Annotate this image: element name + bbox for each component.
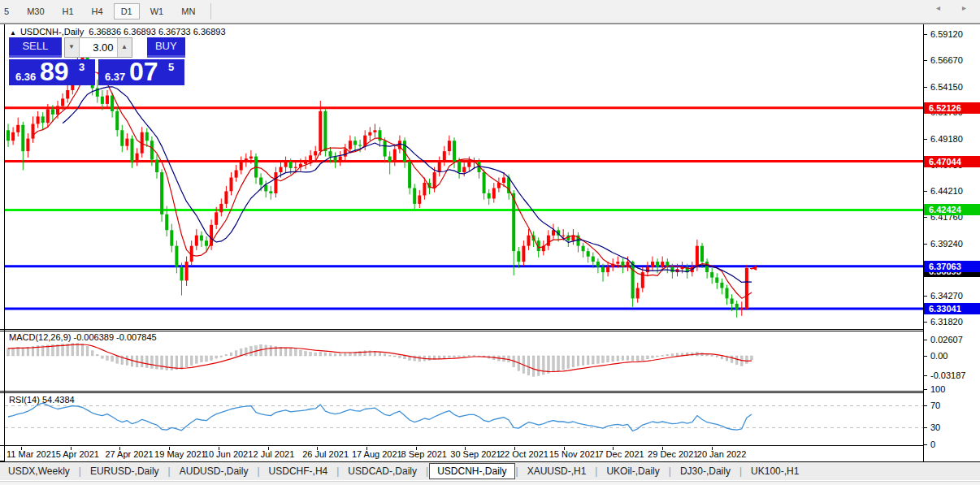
time-axis-label: 22 Oct 2021 (500, 449, 549, 459)
price-tick-label: 6.56670 (930, 55, 979, 65)
macd-tick-mark (924, 375, 927, 376)
chart-tab-usdchf-[interactable]: USDCHF-,H4 (261, 464, 336, 479)
macd-tick-label: 0.00 (930, 351, 979, 361)
tab-separator: | (79, 466, 81, 477)
time-axis-label: 7 Dec 2021 (598, 449, 644, 459)
rsi-tick-mark (924, 405, 927, 406)
time-axis-label: 2 Jul 2021 (254, 449, 295, 459)
price-axis: 6.591206.566706.541506.517006.491806.467… (924, 24, 980, 461)
chart-title-row: ▲USDCNH-,Daily 6.36836 6.36893 6.36733 6… (10, 27, 226, 37)
rsi-label: RSI(14) 54.4384 (9, 395, 75, 405)
buy-price-prefix: 6.37 (105, 71, 125, 83)
rsi-tick-label: 30 (930, 422, 979, 432)
status-strip (0, 481, 980, 485)
price-tick-label: 6.44210 (930, 186, 979, 196)
price-tick-mark (924, 244, 927, 245)
price-tick-mark (924, 139, 927, 140)
time-axis-label: 15 Nov 2021 (549, 449, 600, 459)
tab-scroll-right-icon[interactable]: ▸ (962, 3, 966, 12)
time-axis-label: 19 May 2021 (154, 449, 206, 459)
time-axis-label: 11 Mar 2021 (7, 449, 56, 459)
price-tick-label: 6.34270 (930, 291, 979, 301)
timeframe-button-h4[interactable]: H4 (85, 3, 111, 19)
tab-separator: | (168, 466, 171, 477)
volume-stepper: ▼ ▲ (64, 37, 132, 58)
chart-tab-bar: USDX,Weekly|EURUSD-,Daily|AUDUSD-,Daily|… (0, 462, 980, 480)
tab-scroll-left-icon[interactable]: ◂ (936, 3, 940, 12)
price-tick-label: 6.54150 (930, 82, 979, 92)
chart-tab-ukoil-[interactable]: UKOil-,Daily (598, 464, 667, 479)
tab-separator: | (336, 466, 339, 477)
tab-separator: | (257, 466, 259, 477)
timeframe-button-mn[interactable]: MN (174, 3, 202, 19)
level-price-badge: 6.52126 (924, 102, 980, 114)
chart-tab-usdcad-[interactable]: USDCAD-,Daily (340, 464, 425, 479)
volume-input[interactable] (80, 38, 117, 57)
timeframe-button-h1[interactable]: H1 (55, 3, 81, 19)
buy-button[interactable]: BUY (147, 37, 185, 58)
chart-tab-eurusd-[interactable]: EURUSD-,Daily (82, 464, 167, 479)
tab-separator: | (739, 466, 742, 477)
time-axis-label: 5 Apr 2021 (56, 449, 99, 459)
price-tick-mark (924, 191, 927, 192)
chart-tab-dj30-[interactable]: DJ30-,Daily (672, 464, 739, 479)
price-tick-mark (924, 87, 927, 88)
time-axis-label: 27 Apr 2021 (105, 449, 153, 459)
macd-tick-mark (924, 340, 927, 340)
volume-down-icon[interactable]: ▼ (65, 38, 80, 57)
rsi-tick-mark (924, 444, 927, 445)
time-axis-label: 29 Dec 2021 (648, 449, 698, 459)
rsi-tick-mark (924, 427, 927, 428)
main-macd-splitter[interactable] (0, 329, 980, 330)
timeframe-button-m30[interactable]: M30 (20, 3, 51, 19)
sell-price-big: 89 (40, 57, 69, 87)
time-axis-label: 26 Jul 2021 (302, 449, 349, 459)
chart-ohlc-values: 6.36836 6.36893 6.36733 6.36893 (89, 27, 225, 37)
buy-price-display[interactable]: 6.37 07 5 (98, 59, 184, 85)
price-tick-mark (924, 322, 927, 323)
chart-tab-uk100-[interactable]: UK100-,H1 (743, 464, 807, 479)
time-axis-label: 10 Jun 2021 (204, 449, 254, 459)
rsi-indicator-chart[interactable] (5, 393, 923, 445)
sell-price-sup: 3 (79, 61, 85, 73)
sell-price-display[interactable]: 6.36 89 3 (9, 59, 95, 85)
time-axis-label: 8 Sep 2021 (401, 449, 447, 459)
price-tick-label: 6.31820 (930, 317, 979, 327)
rsi-tick-mark (924, 389, 927, 390)
sell-button[interactable]: SELL (9, 37, 62, 58)
tab-separator: | (669, 466, 671, 477)
chart-tab-usdcnh-[interactable]: USDCNH-,Daily (429, 463, 514, 479)
macd-tick-mark (924, 356, 927, 357)
level-price-badge: 6.33041 (924, 303, 980, 314)
chart-tab-xauusd-[interactable]: XAUUSD-,H1 (519, 464, 595, 479)
timeframe-button-w1[interactable]: W1 (143, 3, 171, 19)
timeframe-button-d1[interactable]: D1 (114, 3, 140, 19)
price-tick-mark (924, 217, 927, 218)
buy-price-sup: 5 (168, 61, 174, 73)
timeframe-toolbar: 5M30H1H4D1W1MN (0, 0, 980, 24)
macd-rsi-splitter[interactable] (0, 391, 980, 392)
price-tick-label: 6.59120 (930, 29, 979, 39)
time-axis-label: 20 Jan 2022 (697, 449, 747, 459)
tab-separator: | (595, 466, 597, 477)
one-click-panel-arrow-icon[interactable]: ▲ (10, 29, 16, 37)
level-price-badge: 6.37063 (924, 261, 980, 272)
price-tick-label: 6.39240 (930, 239, 979, 249)
tab-separator: | (516, 466, 518, 477)
chart-tab-audusd-[interactable]: AUDUSD-,Daily (171, 464, 257, 479)
chart-tab-usdx[interactable]: USDX,Weekly (0, 464, 78, 479)
rsi-tick-label: 100 (930, 384, 979, 394)
price-tick-label: 6.49180 (930, 134, 979, 144)
price-tick-mark (924, 296, 927, 297)
tab-separator: | (426, 466, 428, 477)
time-axis-label: 30 Sep 2021 (450, 449, 501, 459)
chart-symbol-title: USDCNH-,Daily (20, 27, 84, 37)
one-click-trading-widget: SELL ▼ ▲ BUY 6.36 89 3 6.37 07 5 (9, 37, 185, 85)
toolbar-separator (210, 3, 211, 19)
macd-tick-label: 0.02607 (930, 335, 979, 344)
rsi-tick-label: 70 (930, 401, 979, 410)
timeframe-button-5[interactable]: 5 (0, 3, 16, 19)
volume-up-icon[interactable]: ▲ (117, 38, 132, 57)
time-axis: 11 Mar 20215 Apr 202127 Apr 202119 May 2… (5, 447, 923, 461)
toolbar-divider (0, 24, 980, 24)
